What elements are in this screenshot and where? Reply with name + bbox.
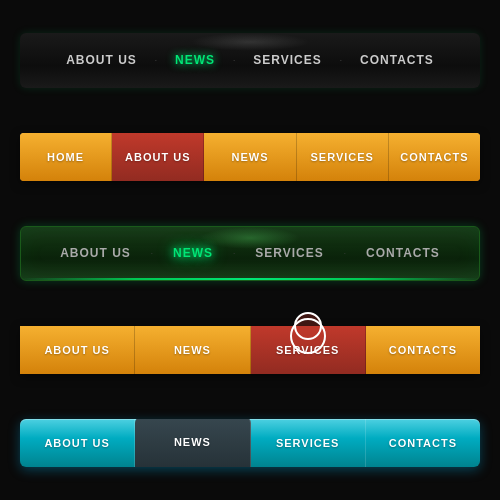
nav4-contacts[interactable]: CONTACTS	[366, 326, 480, 374]
nav3-items: ABOUT US · NEWS · SERVICES · CONTACTS	[21, 246, 479, 260]
navbar-5: ABOUT US NEWS SERVICES CONTACTS	[20, 419, 480, 467]
nav1-items: ABOUT US · NEWS · SERVICES · CONTACTS	[20, 53, 480, 67]
nav4-about[interactable]: ABOUT US	[20, 326, 135, 374]
nav2-home[interactable]: HOME	[20, 133, 112, 181]
nav3-about[interactable]: ABOUT US	[40, 246, 151, 260]
nav5-news[interactable]: NEWS	[135, 419, 250, 467]
navbar-1: ABOUT US · NEWS · SERVICES · CONTACTS	[20, 33, 480, 88]
navbar-4: ABOUT US NEWS SERVICES CONTACTS	[20, 326, 480, 374]
nav4-services[interactable]: SERVICES	[251, 326, 366, 374]
nav3-services[interactable]: SERVICES	[235, 246, 343, 260]
nav5-contacts[interactable]: CONTACTS	[366, 419, 480, 467]
navbar-3: ABOUT US · NEWS · SERVICES · CONTACTS	[20, 226, 480, 281]
nav2-contacts[interactable]: CONTACTS	[389, 133, 480, 181]
navbar-2: HOME ABOUT US NEWS SERVICES CONTACTS	[20, 133, 480, 181]
nav1-about[interactable]: ABOUT US	[48, 53, 155, 67]
nav2-about[interactable]: ABOUT US	[112, 133, 204, 181]
nav2-services[interactable]: SERVICES	[297, 133, 389, 181]
nav2-news[interactable]: NEWS	[204, 133, 296, 181]
nav4-news[interactable]: NEWS	[135, 326, 250, 374]
nav1-services[interactable]: SERVICES	[235, 53, 339, 67]
nav3-news[interactable]: NEWS	[153, 246, 233, 260]
nav1-news[interactable]: NEWS	[157, 53, 233, 67]
nav3-contacts[interactable]: CONTACTS	[346, 246, 460, 260]
nav3-bottom-line	[21, 278, 479, 280]
nav1-contacts[interactable]: CONTACTS	[342, 53, 452, 67]
nav5-about[interactable]: ABOUT US	[20, 419, 135, 467]
nav5-services[interactable]: SERVICES	[251, 419, 366, 467]
active4-circle-icon	[294, 312, 322, 340]
